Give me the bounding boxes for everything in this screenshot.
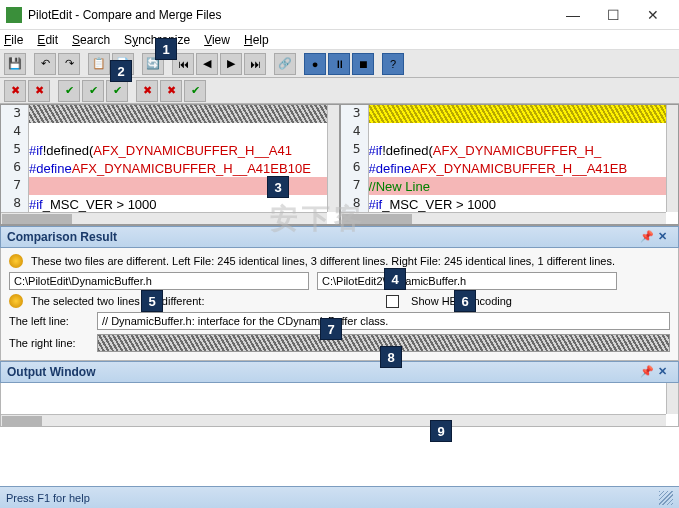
left-editor[interactable]: 3 4 5 6 7 8 #if !defined(AFX_DYNAMICBUFF… bbox=[0, 104, 340, 225]
scrollbar-horizontal[interactable] bbox=[1, 212, 327, 224]
merge-copy-all-icon[interactable]: ✔ bbox=[106, 80, 128, 102]
redo-icon[interactable]: ↷ bbox=[58, 53, 80, 75]
line-number: 4 bbox=[1, 123, 25, 138]
right-file-path[interactable] bbox=[317, 272, 617, 290]
code-line[interactable] bbox=[29, 123, 327, 141]
left-line-value[interactable] bbox=[97, 312, 670, 330]
marker-8: 8 bbox=[380, 346, 402, 368]
status-indicator-icon bbox=[9, 254, 23, 268]
marker-2: 2 bbox=[110, 60, 132, 82]
left-file-path[interactable] bbox=[9, 272, 309, 290]
scrollbar-horizontal[interactable] bbox=[1, 414, 666, 426]
pause-icon[interactable]: ⏸ bbox=[328, 53, 350, 75]
line-number: 8 bbox=[341, 195, 365, 210]
line-number: 6 bbox=[1, 159, 25, 174]
line-number: 4 bbox=[341, 123, 365, 138]
panel-close-icon[interactable]: ✕ bbox=[658, 365, 672, 379]
diff-prev-icon[interactable]: ◀ bbox=[196, 53, 218, 75]
marker-4: 4 bbox=[384, 268, 406, 290]
maximize-button[interactable]: ☐ bbox=[593, 7, 633, 23]
help-icon[interactable]: ? bbox=[382, 53, 404, 75]
merge-del3-icon[interactable]: ✖ bbox=[160, 80, 182, 102]
code-line[interactable]: #if !defined(AFX_DYNAMICBUFFER_H_ bbox=[369, 141, 667, 159]
selected-lines-msg: The selected two lines are different: bbox=[31, 295, 204, 307]
code-line-diff[interactable] bbox=[29, 105, 327, 123]
app-icon bbox=[6, 7, 22, 23]
titlebar: PilotEdit - Compare and Merge Files — ☐ … bbox=[0, 0, 679, 30]
menubar: File Edit Search Synchronize View Help bbox=[0, 30, 679, 50]
menu-view[interactable]: View bbox=[204, 33, 230, 47]
marker-3: 3 bbox=[267, 176, 289, 198]
close-button[interactable]: ✕ bbox=[633, 7, 673, 23]
merge-ok-icon[interactable]: ✔ bbox=[184, 80, 206, 102]
panel-close-icon[interactable]: ✕ bbox=[658, 230, 672, 244]
line-number: 7 bbox=[341, 177, 365, 192]
undo-icon[interactable]: ↶ bbox=[34, 53, 56, 75]
right-gutter: 3 4 5 6 7 8 bbox=[341, 105, 369, 224]
toolbar-main: 💾 ↶ ↷ 📋 📄 🔄 ⏮ ◀ ▶ ⏭ 🔗 ● ⏸ ⏹ ? bbox=[0, 50, 679, 78]
pin-icon[interactable]: 📌 bbox=[640, 230, 654, 244]
status-text: Press F1 for help bbox=[6, 492, 90, 504]
menu-file[interactable]: File bbox=[4, 33, 23, 47]
window-title: PilotEdit - Compare and Merge Files bbox=[28, 8, 553, 22]
code-line[interactable] bbox=[369, 123, 667, 141]
pin-icon[interactable]: 📌 bbox=[640, 365, 654, 379]
statusbar: Press F1 for help bbox=[0, 486, 679, 508]
merge-del-both-icon[interactable]: ✖ bbox=[28, 80, 50, 102]
line-number: 3 bbox=[1, 105, 25, 120]
output-panel[interactable] bbox=[0, 383, 679, 427]
scrollbar-vertical[interactable] bbox=[327, 105, 339, 212]
merge-copy-right-icon[interactable]: ✔ bbox=[82, 80, 104, 102]
diff-next-icon[interactable]: ▶ bbox=[220, 53, 242, 75]
left-gutter: 3 4 5 6 7 8 bbox=[1, 105, 29, 224]
code-line-diff[interactable]: //New Line bbox=[369, 177, 667, 195]
marker-9: 9 bbox=[430, 420, 452, 442]
output-header: Output Window 📌 ✕ bbox=[0, 361, 679, 383]
right-line-label: The right line: bbox=[9, 337, 89, 349]
stop-icon[interactable]: ⏹ bbox=[352, 53, 374, 75]
merge-del-left-icon[interactable]: ✖ bbox=[4, 80, 26, 102]
comparison-panel: These two files are different. Left File… bbox=[0, 248, 679, 361]
comparison-header: Comparison Result 📌 ✕ bbox=[0, 226, 679, 248]
right-editor[interactable]: 3 4 5 6 7 8 #if !defined(AFX_DYNAMICBUFF… bbox=[340, 104, 680, 225]
scrollbar-vertical[interactable] bbox=[666, 383, 678, 414]
left-line-label: The left line: bbox=[9, 315, 89, 327]
code-line[interactable]: #if !defined(AFX_DYNAMICBUFFER_H__A41 bbox=[29, 141, 327, 159]
marker-5: 5 bbox=[141, 290, 163, 312]
record-icon[interactable]: ● bbox=[304, 53, 326, 75]
minimize-button[interactable]: — bbox=[553, 7, 593, 23]
save-icon[interactable]: 💾 bbox=[4, 53, 26, 75]
link-icon[interactable]: 🔗 bbox=[274, 53, 296, 75]
toolbar-merge: ✖ ✖ ✔ ✔ ✔ ✖ ✖ ✔ bbox=[0, 78, 679, 104]
line-number: 7 bbox=[1, 177, 25, 192]
line-number: 3 bbox=[341, 105, 365, 120]
code-line[interactable]: #define AFX_DYNAMICBUFFER_H__A41EB bbox=[369, 159, 667, 177]
marker-7: 7 bbox=[320, 318, 342, 340]
diff-last-icon[interactable]: ⏭ bbox=[244, 53, 266, 75]
menu-help[interactable]: Help bbox=[244, 33, 269, 47]
marker-1: 1 bbox=[155, 38, 177, 60]
status-indicator-icon bbox=[9, 294, 23, 308]
menu-edit[interactable]: Edit bbox=[37, 33, 58, 47]
code-line[interactable]: #define AFX_DYNAMICBUFFER_H__A41EB10E bbox=[29, 159, 327, 177]
marker-6: 6 bbox=[454, 290, 476, 312]
copy-icon[interactable]: 📋 bbox=[88, 53, 110, 75]
merge-copy-left-icon[interactable]: ✔ bbox=[58, 80, 80, 102]
line-number: 8 bbox=[1, 195, 25, 210]
panel-title: Comparison Result bbox=[7, 230, 117, 244]
code-line[interactable]: #if _MSC_VER > 1000 bbox=[369, 195, 667, 213]
split-pane: 3 4 5 6 7 8 #if !defined(AFX_DYNAMICBUFF… bbox=[0, 104, 679, 226]
code-line-diff[interactable] bbox=[369, 105, 667, 123]
scrollbar-vertical[interactable] bbox=[666, 105, 678, 212]
line-number: 6 bbox=[341, 159, 365, 174]
show-hex-checkbox[interactable] bbox=[386, 295, 399, 308]
scrollbar-horizontal[interactable] bbox=[341, 212, 667, 224]
resize-grip-icon[interactable] bbox=[659, 491, 673, 505]
line-number: 5 bbox=[1, 141, 25, 156]
right-code[interactable]: #if !defined(AFX_DYNAMICBUFFER_H_ #defin… bbox=[369, 105, 667, 212]
comparison-summary: These two files are different. Left File… bbox=[31, 255, 615, 267]
menu-search[interactable]: Search bbox=[72, 33, 110, 47]
merge-del2-icon[interactable]: ✖ bbox=[136, 80, 158, 102]
line-number: 5 bbox=[341, 141, 365, 156]
panel-title: Output Window bbox=[7, 365, 96, 379]
